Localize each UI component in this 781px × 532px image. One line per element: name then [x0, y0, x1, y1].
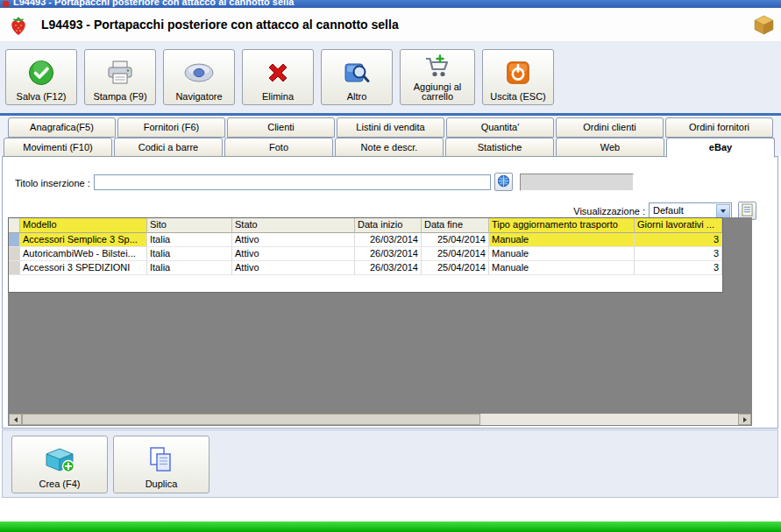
duplicate-button[interactable]: Duplica — [113, 436, 209, 493]
row-indicator-header — [9, 218, 20, 233]
duplicate-button-label: Duplica — [146, 479, 178, 489]
bottom-panel: Crea (F4) Duplica — [2, 429, 778, 498]
table-cell[interactable]: 3 — [635, 261, 722, 275]
delete-button[interactable]: Elimina — [242, 49, 314, 105]
delete-x-icon — [264, 53, 292, 92]
ebay-panel: Titolo inserzione : Visualizzazione : De… — [2, 156, 778, 429]
table-cell[interactable]: 3 — [635, 233, 722, 247]
other-button[interactable]: Altro — [321, 49, 393, 105]
window-title: L94493 - Portapacchi posteriore con atta… — [13, 0, 294, 7]
printer-icon — [106, 53, 134, 92]
tab-foto[interactable]: Foto — [224, 138, 333, 157]
delete-button-label: Elimina — [262, 92, 294, 102]
save-button[interactable]: Salva (F12) — [5, 49, 77, 105]
work-area: Modello Sito Stato Data inizio Data fine… — [8, 217, 752, 426]
tab-note-e-descr[interactable]: Note e descr. — [335, 138, 444, 157]
scroll-left-button[interactable] — [9, 414, 22, 425]
tab-bar-row2: Movimenti (F10) Codici a barre Foto Note… — [4, 138, 775, 158]
create-button-label: Crea (F4) — [39, 479, 80, 489]
translate-globe-button[interactable] — [494, 173, 513, 191]
column-header-sito[interactable]: Sito — [147, 218, 232, 233]
navigator-button[interactable]: Navigatore — [163, 49, 235, 105]
column-header-data-inizio[interactable]: Data inizio — [355, 218, 422, 233]
table-cell[interactable]: Manuale — [489, 233, 635, 247]
chevron-down-icon[interactable] — [716, 204, 730, 218]
table-cell[interactable]: Manuale — [489, 261, 635, 275]
table-cell[interactable]: Italia — [147, 247, 232, 261]
table-cell[interactable]: 3 — [635, 247, 722, 261]
arrow-right-icon — [743, 417, 747, 422]
column-header-stato[interactable]: Stato — [232, 218, 355, 233]
table-cell[interactable]: 25/04/2014 — [422, 247, 489, 261]
tab-clienti[interactable]: Clienti — [227, 117, 335, 138]
globe-icon — [497, 174, 510, 189]
tab-statistiche[interactable]: Statistiche — [445, 138, 554, 157]
magnifier-icon — [343, 53, 371, 92]
visualizzazione-value: Default — [653, 205, 684, 216]
app-header: L94493 - Portapacchi posteriore con atta… — [0, 8, 781, 41]
table-cell[interactable]: 26/03/2014 — [355, 261, 422, 275]
table-cell[interactable]: 26/03/2014 — [355, 247, 422, 261]
power-icon — [505, 53, 531, 92]
scrollbar-thumb[interactable] — [22, 414, 480, 425]
table-cell[interactable]: Accessori 3 SPEDIZIONI — [20, 261, 147, 275]
tab-ebay[interactable]: eBay — [666, 138, 775, 158]
column-header-data-fine[interactable]: Data fine — [422, 218, 489, 233]
column-header-giorni-lavorativi[interactable]: Giorni lavorativi ... — [635, 218, 722, 233]
green-status-bar — [0, 521, 781, 532]
strawberry-icon — [8, 15, 29, 38]
titolo-inserzione-label: Titolo inserzione : — [15, 178, 90, 188]
print-button[interactable]: Stampa (F9) — [84, 49, 156, 105]
table-cell[interactable]: Attivo — [232, 233, 355, 247]
titolo-inserzione-input[interactable] — [94, 174, 491, 190]
page-title: L94493 - Portapacchi posteriore con atta… — [41, 8, 399, 41]
print-button-label: Stampa (F9) — [93, 92, 146, 102]
listings-table: Modello Sito Stato Data inizio Data fine… — [8, 217, 723, 293]
scroll-right-button[interactable] — [738, 414, 751, 425]
horizontal-scrollbar[interactable] — [9, 414, 751, 425]
cart-icon — [423, 53, 451, 82]
table-cell[interactable]: Accessori Semplice 3 Sp... — [20, 233, 147, 247]
exit-button-label: Uscita (ESC) — [490, 92, 546, 102]
exit-button[interactable]: Uscita (ESC) — [482, 49, 554, 105]
tab-codici-a-barre[interactable]: Codici a barre — [114, 138, 223, 157]
table-cell[interactable]: Manuale — [489, 247, 635, 261]
table-cell[interactable]: 26/03/2014 — [355, 233, 422, 247]
add-to-cart-button-label: Aggiungi al carrello — [402, 82, 472, 102]
row-indicator[interactable] — [9, 247, 20, 261]
arrow-left-icon — [14, 417, 18, 422]
add-to-cart-button[interactable]: Aggiungi al carrello — [400, 49, 475, 105]
visualizzazione-label: Visualizzazione : — [557, 206, 645, 216]
column-header-tipo-aggiornamento[interactable]: Tipo aggiornamento trasporto — [489, 218, 635, 233]
table-cell[interactable]: 25/04/2014 — [422, 261, 489, 275]
tab-fornitori[interactable]: Fornitori (F6) — [117, 117, 225, 138]
create-box-icon — [43, 440, 76, 479]
row-indicator[interactable] — [9, 261, 20, 275]
save-button-label: Salva (F12) — [17, 92, 67, 102]
window-titlebar[interactable]: L94493 - Portapacchi posteriore con atta… — [0, 0, 781, 8]
tab-ordini-fornitori[interactable]: Ordini fornitori — [665, 117, 773, 138]
tab-ordini-clienti[interactable]: Ordini clienti — [556, 117, 664, 138]
duplicate-pages-icon — [148, 440, 174, 479]
tab-quantita[interactable]: Quantita' — [446, 117, 554, 138]
table-empty-area — [9, 275, 722, 292]
tab-movimenti[interactable]: Movimenti (F10) — [4, 138, 112, 157]
package-icon — [753, 14, 775, 38]
table-cell[interactable]: Italia — [147, 233, 232, 247]
table-cell[interactable]: AutoricambiWeb - Bilstei... — [20, 247, 147, 261]
column-header-modello[interactable]: Modello — [20, 218, 147, 233]
table-cell[interactable]: 25/04/2014 — [422, 233, 489, 247]
tab-anagrafica[interactable]: Anagrafica(F5) — [8, 117, 116, 138]
tab-listini-di-vendita[interactable]: Listini di vendita — [337, 117, 444, 138]
tab-web[interactable]: Web — [556, 138, 664, 157]
table-cell[interactable]: Attivo — [232, 261, 355, 275]
navigator-button-label: Navigatore — [175, 92, 222, 102]
create-button[interactable]: Crea (F4) — [11, 436, 108, 493]
tab-bar-row1: Anagrafica(F5) Fornitori (F6) Clienti Li… — [8, 117, 773, 138]
other-button-label: Altro — [347, 92, 367, 102]
table-cell[interactable]: Attivo — [232, 247, 355, 261]
scrollbar-track[interactable] — [22, 414, 738, 425]
app-icon-small — [3, 1, 9, 7]
row-indicator-selected[interactable] — [9, 233, 20, 247]
table-cell[interactable]: Italia — [147, 261, 232, 275]
